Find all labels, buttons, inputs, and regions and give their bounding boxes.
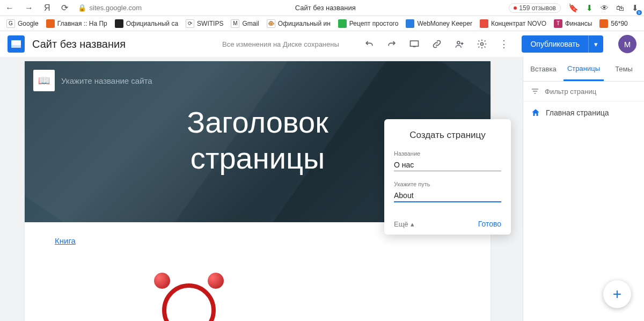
done-button[interactable]: Готово	[478, 220, 501, 228]
right-panel: Вставка Страницы Темы Фильтр страниц Гла…	[523, 57, 644, 321]
lock-icon: 🔒	[78, 4, 86, 12]
page-name-input[interactable]	[394, 159, 501, 171]
site-logo-placeholder[interactable]: 📖	[33, 70, 55, 91]
page-item-label: Главная страница	[546, 108, 609, 117]
app-toolbar: Все изменения на Диске сохранены ⋮ Опубл…	[0, 31, 644, 57]
sites-logo-icon[interactable]	[8, 35, 25, 53]
favicon-icon	[406, 19, 414, 28]
favicon-icon	[338, 19, 347, 28]
bookmarks-bar: GGoogleГлавная :: На ПрОфициальный са⟳SW…	[0, 16, 644, 31]
bookmark-label: Официальный ин	[278, 20, 331, 27]
undo-icon[interactable]	[364, 39, 375, 49]
avatar[interactable]: М	[618, 35, 636, 53]
bookmark-label: 56*90	[611, 20, 627, 27]
bookmark-label: Финансы	[565, 20, 592, 27]
forward-icon[interactable]: →	[25, 3, 33, 13]
bookmark-label: Рецепт простого	[349, 20, 399, 27]
home-icon	[531, 108, 540, 118]
back-icon[interactable]: ←	[5, 3, 14, 13]
dialog-title: Создать страницу	[394, 130, 501, 141]
page-path-input[interactable]	[394, 189, 501, 202]
extension-icon[interactable]: ⬇9	[632, 3, 639, 13]
bookmark-item[interactable]: 56*90	[597, 18, 630, 29]
yandex-icon[interactable]: Я	[44, 3, 50, 13]
publish-button[interactable]: Опубликовать	[522, 35, 588, 53]
bookmark-item[interactable]: 🐵Официальный ин	[265, 18, 333, 29]
more-icon[interactable]: ⋮	[499, 38, 509, 50]
bookmark-item[interactable]: TФинансы	[552, 18, 594, 29]
bookmark-label: SWITIPS	[197, 20, 223, 27]
bookmark-item[interactable]: Рецепт простого	[336, 18, 401, 29]
clock-image[interactable]	[151, 273, 226, 321]
shopping-icon[interactable]: 🛍	[616, 3, 624, 12]
settings-icon[interactable]	[477, 39, 487, 49]
favicon-icon	[46, 19, 55, 28]
tab-insert[interactable]: Вставка	[523, 57, 564, 81]
reload-icon[interactable]: ⟳	[61, 3, 68, 13]
svg-point-3	[481, 43, 484, 46]
share-icon[interactable]	[454, 39, 465, 49]
plus-icon: +	[613, 286, 621, 303]
add-page-fab[interactable]: +	[603, 280, 631, 308]
bookmark-label: Gmail	[242, 20, 259, 27]
site-title-input[interactable]	[32, 38, 161, 50]
bookmark-item[interactable]: GGoogle	[4, 18, 41, 29]
favicon-icon: G	[6, 19, 15, 28]
tab-themes[interactable]: Темы	[604, 57, 644, 81]
bookmark-item[interactable]: WebMoney Keeper	[404, 18, 474, 29]
tab-pages[interactable]: Страницы	[564, 57, 604, 81]
bookmark-item[interactable]: ⟳SWITIPS	[184, 18, 225, 29]
browser-toolbar: ← → Я ⟳ 🔒 sites.google.com Сайт без назв…	[0, 0, 644, 16]
favicon-icon	[480, 19, 488, 28]
favicon-icon: T	[554, 19, 562, 28]
filter-icon[interactable]	[531, 87, 539, 96]
reviews-badge[interactable]: 159 отзывов	[509, 3, 561, 13]
svg-rect-1	[413, 46, 416, 47]
path-label: Укажите путь	[394, 181, 501, 187]
bookmark-icon[interactable]: 🔖	[568, 3, 579, 13]
svg-point-2	[457, 41, 460, 44]
chevron-up-icon: ▴	[411, 220, 414, 228]
url-text[interactable]: sites.google.com	[90, 4, 142, 12]
link-icon[interactable]	[431, 39, 442, 49]
bookmark-label: Google	[18, 20, 39, 27]
bookmark-label: Концентрат NOVO	[491, 20, 546, 27]
svg-rect-0	[411, 41, 419, 46]
publish-dropdown[interactable]: ▾	[588, 35, 603, 53]
download-icon[interactable]: ⬇	[586, 3, 593, 13]
preview-icon[interactable]	[409, 39, 420, 49]
create-page-dialog: Создать страницу Название Укажите путь Е…	[384, 119, 511, 235]
bookmark-item[interactable]: Концентрат NOVO	[478, 18, 548, 29]
redo-icon[interactable]	[386, 39, 397, 49]
site-name-placeholder[interactable]: Укажите название сайта	[61, 76, 152, 85]
name-label: Название	[394, 150, 501, 157]
tab-title: Сайт без названия	[151, 4, 499, 12]
bookmark-label: Главная :: На Пр	[57, 20, 107, 27]
bookmark-item[interactable]: Главная :: На Пр	[44, 18, 109, 29]
favicon-icon	[115, 19, 123, 28]
favicon-icon	[599, 19, 608, 28]
favicon-icon: M	[231, 19, 239, 28]
favicon-icon: ⟳	[186, 19, 194, 28]
favicon-icon: 🐵	[267, 19, 275, 28]
page-item-home[interactable]: Главная страница	[531, 108, 636, 118]
bookmark-item[interactable]: Официальный са	[113, 18, 180, 29]
book-link[interactable]: Книга	[55, 236, 76, 245]
bookmark-label: WebMoney Keeper	[417, 20, 472, 27]
bookmark-label: Официальный са	[126, 20, 178, 27]
filter-placeholder[interactable]: Фильтр страниц	[545, 87, 596, 96]
bookmark-item[interactable]: MGmail	[229, 18, 261, 29]
eye-icon[interactable]: 👁	[601, 3, 609, 12]
more-button[interactable]: Ещё ▴	[394, 220, 414, 228]
save-status: Все изменения на Диске сохранены	[222, 40, 339, 48]
